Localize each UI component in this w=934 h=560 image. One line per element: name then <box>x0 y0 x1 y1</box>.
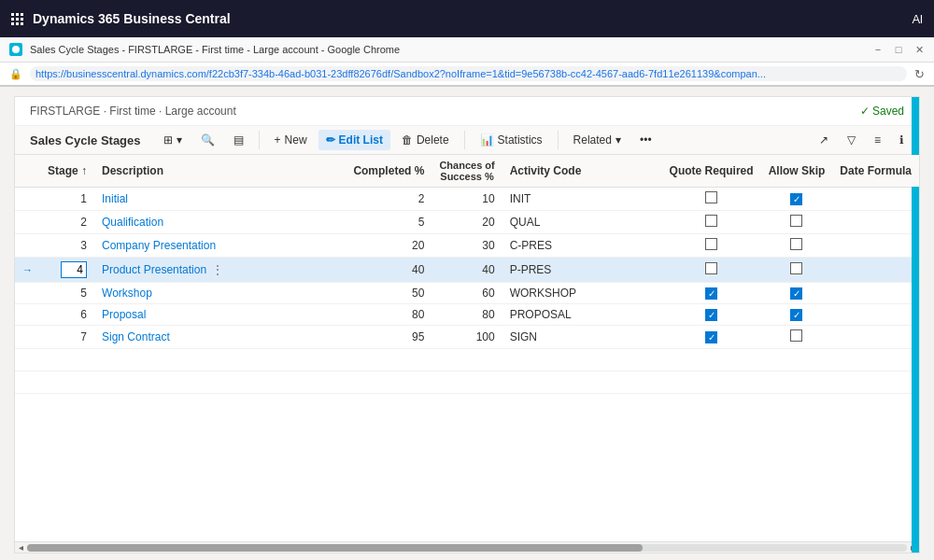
scroll-left-arrow[interactable]: ◂ <box>15 542 27 553</box>
share-button[interactable]: ↗ <box>812 130 836 150</box>
browser-favicon <box>9 43 22 56</box>
col-description[interactable]: Description <box>94 155 346 188</box>
allow-skip-checkbox[interactable] <box>790 262 802 274</box>
date-formula-cell <box>832 258 919 283</box>
col-quote-required[interactable]: Quote Required <box>662 155 761 188</box>
quote-required-checkbox[interactable] <box>705 238 717 250</box>
lines-icon: ≡ <box>874 133 881 147</box>
app-grid-icon[interactable] <box>11 13 23 25</box>
refresh-icon[interactable]: ↻ <box>914 67 925 81</box>
column-filter-button[interactable]: ▤ <box>226 130 251 150</box>
table-row[interactable]: 3Company Presentation2030C-PRES <box>15 234 919 258</box>
plus-icon: + <box>275 133 281 147</box>
allow-skip-cell[interactable]: ✓ <box>761 188 833 211</box>
table-row[interactable]: 6Proposal8080PROPOSAL✓✓ <box>15 304 919 326</box>
breadcrumb: FIRSTLARGE · First time · Large account … <box>15 97 919 126</box>
quote-required-cell[interactable]: ✓ <box>662 304 761 326</box>
table-row[interactable]: 7Sign Contract95100SIGN✓ <box>15 326 919 349</box>
allow-skip-checkbox[interactable]: ✓ <box>790 309 802 321</box>
user-initial[interactable]: Al <box>912 12 923 26</box>
quote-required-checkbox[interactable] <box>705 215 717 227</box>
col-completed-pct[interactable]: Completed % <box>346 155 432 188</box>
allow-skip-checkbox[interactable]: ✓ <box>790 287 802 300</box>
col-chances-success[interactable]: Chances of Success % <box>432 155 502 188</box>
allow-skip-cell[interactable]: ✓ <box>761 283 833 304</box>
allow-skip-cell[interactable] <box>761 258 833 283</box>
view-button[interactable]: ⊞ ▾ <box>156 130 190 150</box>
related-button[interactable]: Related ▾ <box>566 130 629 150</box>
quote-required-cell[interactable] <box>662 188 761 211</box>
description-link[interactable]: Initial <box>102 192 128 205</box>
svg-point-0 <box>12 46 20 53</box>
quote-required-cell[interactable] <box>662 258 761 283</box>
quote-required-checkbox[interactable] <box>705 191 717 203</box>
chances-success-cell: 10 <box>432 188 502 211</box>
allow-skip-checkbox[interactable] <box>790 329 802 342</box>
new-button[interactable]: + New <box>267 130 315 150</box>
table-row[interactable]: 2Qualification520QUAL <box>15 211 919 234</box>
toolbar: Sales Cycle Stages ⊞ ▾ 🔍 ▤ + New ✏ Edit … <box>15 126 919 155</box>
table-row[interactable]: 5Workshop5060WORKSHOP✓✓ <box>15 283 919 304</box>
allow-skip-cell[interactable] <box>761 326 833 349</box>
row-current-arrow: → <box>22 264 33 275</box>
description-link[interactable]: Product Presentation <box>102 263 206 276</box>
quote-required-cell[interactable] <box>662 211 761 234</box>
top-bar: Dynamics 365 Business Central Al <box>0 0 934 37</box>
completed-pct-cell: 20 <box>346 234 432 258</box>
allow-skip-cell[interactable] <box>761 234 833 258</box>
col-allow-skip[interactable]: Allow Skip <box>761 155 833 188</box>
horizontal-scrollbar[interactable]: ◂ ▸ <box>15 541 919 553</box>
delete-button[interactable]: 🗑 Delete <box>394 130 457 150</box>
date-formula-cell <box>832 283 919 304</box>
completed-pct-cell: 5 <box>346 211 432 234</box>
date-formula-cell <box>832 234 919 258</box>
statistics-button[interactable]: 📊 Statistics <box>473 130 550 150</box>
statistics-label: Statistics <box>498 133 543 147</box>
description-cell: Qualification <box>94 211 346 234</box>
scrollbar-thumb[interactable] <box>27 544 643 552</box>
info-button[interactable]: ℹ <box>892 130 912 150</box>
close-button[interactable]: ✕ <box>913 44 925 55</box>
address-input[interactable] <box>30 66 907 81</box>
lines-button[interactable]: ≡ <box>867 130 888 150</box>
col-stage[interactable]: Stage ↑ <box>40 155 94 188</box>
description-link[interactable]: Qualification <box>102 216 163 229</box>
table-row[interactable]: 1Initial210INIT✓ <box>15 188 919 211</box>
filter-button[interactable]: ▽ <box>840 130 863 150</box>
quote-required-checkbox[interactable]: ✓ <box>705 309 717 321</box>
maximize-button[interactable]: □ <box>893 44 904 55</box>
quote-required-checkbox[interactable]: ✓ <box>705 287 717 300</box>
allow-skip-checkbox[interactable] <box>790 238 802 250</box>
minimize-button[interactable]: − <box>872 44 884 55</box>
row-context-icon[interactable]: ⋮ <box>212 263 223 276</box>
row-arrow-cell <box>15 283 40 304</box>
table-row[interactable]: →Product Presentation⋮4040P-PRES <box>15 258 919 283</box>
allow-skip-checkbox[interactable]: ✓ <box>790 193 802 205</box>
separator-2 <box>464 131 465 149</box>
new-label: New <box>285 133 307 147</box>
scrollbar-track[interactable] <box>27 544 907 552</box>
quote-required-cell[interactable]: ✓ <box>662 326 761 349</box>
quote-required-cell[interactable]: ✓ <box>662 283 761 304</box>
more-button[interactable]: ••• <box>632 130 659 150</box>
description-link[interactable]: Workshop <box>102 287 152 300</box>
search-button[interactable]: 🔍 <box>193 130 222 150</box>
allow-skip-checkbox[interactable] <box>790 215 802 227</box>
quote-required-checkbox[interactable] <box>705 262 717 274</box>
quote-required-cell[interactable] <box>662 234 761 258</box>
stage-cell[interactable] <box>40 258 94 283</box>
table-body: 1Initial210INIT✓2Qualification520QUAL3Co… <box>15 188 919 394</box>
col-activity-code[interactable]: Activity Code <box>502 155 662 188</box>
info-icon: ℹ <box>899 133 904 147</box>
description-link[interactable]: Company Presentation <box>102 239 216 252</box>
edit-list-button[interactable]: ✏ Edit List <box>318 130 390 150</box>
activity-code-cell: INIT <box>502 188 662 211</box>
quote-required-checkbox[interactable]: ✓ <box>705 331 717 343</box>
stage-input[interactable] <box>61 261 87 278</box>
allow-skip-cell[interactable] <box>761 211 833 234</box>
allow-skip-cell[interactable]: ✓ <box>761 304 833 326</box>
description-link[interactable]: Proposal <box>102 308 146 321</box>
col-date-formula[interactable]: Date Formula <box>832 155 919 188</box>
description-link[interactable]: Sign Contract <box>102 330 170 343</box>
stage-cell: 7 <box>40 326 94 349</box>
